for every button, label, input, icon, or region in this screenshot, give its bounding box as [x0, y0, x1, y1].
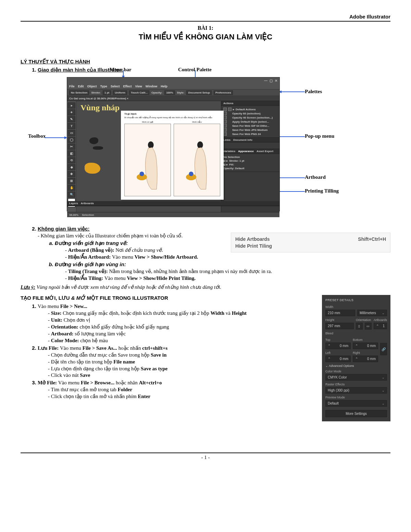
- tool-icon[interactable]: ⟲: [68, 157, 75, 163]
- tool-icon[interactable]: ◆: [68, 164, 75, 170]
- preview-select[interactable]: Default⌄: [325, 400, 387, 407]
- portrait-icon[interactable]: ▯: [356, 323, 363, 330]
- tool-icon[interactable]: ◧: [68, 150, 75, 157]
- action-item[interactable]: ▸: [233, 108, 234, 111]
- menu-bar[interactable]: File Edit Object Type Select Effect View…: [67, 84, 279, 89]
- link-icon[interactable]: 🔗: [380, 343, 387, 355]
- menu-hide-print-tiling[interactable]: Hide Print Tiling: [235, 243, 272, 249]
- list-item: Orientation: chọn khổ giấy đứng hoặc khổ…: [48, 324, 295, 330]
- tool-icon[interactable]: ▭: [68, 130, 75, 136]
- appearance-row[interactable]: Stroke: 1 pt: [229, 159, 244, 162]
- width-label: Width: [325, 305, 387, 309]
- bleed-bottom-label: Bottom: [353, 338, 378, 342]
- tool-icon[interactable]: ◯: [68, 137, 75, 143]
- action-item-label[interactable]: Save For Web GIF 64 Dithe...: [232, 124, 269, 127]
- height-field[interactable]: 297 mm: [325, 323, 354, 329]
- control-chip[interactable]: No Selection: [69, 90, 89, 95]
- panels-area[interactable]: Actions ▸ Default Actions Opacity 60 (se…: [221, 101, 279, 212]
- list-item: Hiện/Ẩn Artboard: Vào menu View > Show/H…: [65, 254, 390, 260]
- tool-icon[interactable]: 🔍: [68, 191, 75, 198]
- panel-tab[interactable]: Layers: [69, 202, 78, 205]
- footer-rule: [21, 453, 390, 453]
- bleed-right-label: Right: [353, 351, 378, 355]
- menu-item[interactable]: Type: [100, 85, 107, 88]
- artboards-field[interactable]: ⌃1: [374, 323, 387, 329]
- max-icon[interactable]: ▢: [270, 79, 273, 83]
- zoom-level[interactable]: 38.06%: [69, 213, 78, 216]
- document-tab[interactable]: Co Gai uong tra.ai @ 38.06% (RGB/Preview…: [67, 96, 279, 101]
- tool-icon[interactable]: T: [68, 123, 75, 129]
- toolbox[interactable]: ▸ ✦ ✎ T ▭ ◯ ✂ ◧ ⟲ ◆ ✥ ⊞ ✋ 🔍: [67, 101, 76, 212]
- menu-item[interactable]: Window: [146, 85, 157, 88]
- tool-icon[interactable]: ✎: [68, 116, 75, 122]
- tool-icon[interactable]: ✦: [68, 109, 75, 115]
- menu-item[interactable]: Effect: [123, 85, 132, 88]
- tool-icon[interactable]: ▸: [68, 102, 75, 109]
- tool-icon[interactable]: ✂: [68, 144, 75, 150]
- landscape-icon[interactable]: ▭: [365, 323, 372, 330]
- colormode-select[interactable]: CMYK Color⌄: [325, 374, 387, 381]
- control-chip[interactable]: Preferences: [214, 90, 233, 95]
- panel-tab[interactable]: Artboards: [81, 202, 94, 205]
- raster-select[interactable]: High (300 ppi)⌄: [325, 387, 387, 394]
- lesson-title: TÌM HIỂU VỀ KHÔNG GIAN LÀM VIỆC: [21, 33, 390, 41]
- bleed-right-field[interactable]: ⌃0 mm: [353, 356, 378, 362]
- action-item-label[interactable]: Save For Web PNG 24: [232, 133, 261, 136]
- artboards-label: Artboards: [374, 318, 387, 322]
- control-chip[interactable]: 100%: [164, 90, 175, 95]
- close-icon[interactable]: ✕: [275, 79, 277, 83]
- tool-icon[interactable]: ✥: [68, 171, 75, 177]
- appearance-row[interactable]: Fill:: [229, 163, 234, 166]
- left-caption: Hình có gợi: [124, 121, 171, 123]
- tool-icon[interactable]: ⊞: [68, 178, 75, 184]
- scratch-artwork: [83, 122, 110, 183]
- svg-point-16: [140, 171, 144, 176]
- menu-item[interactable]: Object: [87, 85, 97, 88]
- action-item-label[interactable]: Default Actions: [236, 108, 256, 111]
- menu-item[interactable]: View: [135, 85, 142, 88]
- lesson-number: BÀI 1:: [21, 25, 390, 31]
- menu-item[interactable]: Help: [161, 85, 167, 88]
- width-field[interactable]: 210 mm: [325, 310, 355, 316]
- control-chip[interactable]: Uniform: [113, 90, 127, 95]
- action-item-label[interactable]: Opacity 60 (selection): [232, 112, 261, 115]
- panel-tab[interactable]: Variables: [223, 150, 235, 153]
- action-item-label[interactable]: Opacity 40 Screen (selection...): [232, 116, 273, 119]
- advanced-toggle[interactable]: ⌄ Advanced Options: [325, 364, 387, 368]
- menu-item[interactable]: Edit: [78, 85, 84, 88]
- label-menu-bar: Menu bar: [110, 67, 132, 73]
- panel-tab[interactable]: Document Info: [233, 138, 252, 141]
- panel-tab[interactable]: Links: [223, 138, 231, 141]
- list-item: Artboard: số lượng trang làm việc: [48, 331, 295, 337]
- unit-select[interactable]: Millimeters⌄: [357, 310, 387, 316]
- menu-item[interactable]: Select: [111, 85, 120, 88]
- menu-item[interactable]: File: [69, 85, 75, 88]
- panel-tab[interactable]: Actions: [223, 102, 233, 105]
- list-item: Lựa chọn định dạng cho tập tin trong hộp…: [48, 366, 295, 372]
- tool-icon[interactable]: ✋: [68, 185, 75, 191]
- action-item-label[interactable]: Apply Default Style (select...: [232, 120, 269, 123]
- panel-tab[interactable]: Appearance: [238, 150, 254, 153]
- bleed-top-field[interactable]: ⌃0 mm: [325, 343, 351, 349]
- control-chip[interactable]: 1 pt: [103, 90, 111, 95]
- appearance-row[interactable]: Opacity: Default: [223, 167, 244, 170]
- canvas-area[interactable]: Vùng nháp Thực Hành Di chuyển các đối tư…: [76, 101, 221, 212]
- bleed-bottom-field[interactable]: ⌃0 mm: [353, 343, 378, 349]
- panel-tab[interactable]: Asset Export: [257, 150, 273, 153]
- min-icon[interactable]: —: [264, 79, 267, 83]
- status-bar: 38.06% Selection: [67, 212, 279, 217]
- colormode-label: Color Mode: [325, 370, 387, 373]
- illustrator-window: — ▢ ✕ File Edit Object Type Select Effec…: [67, 77, 280, 211]
- control-chip[interactable]: Document Setup: [186, 90, 212, 95]
- label-control-palette: Control Palette: [178, 67, 212, 73]
- menu-hide-artboards[interactable]: Hide Artboards: [235, 236, 270, 242]
- control-chip: Stroke:: [91, 91, 101, 94]
- list-item: Tìm thư mục cần mở trong tab Folder: [48, 386, 295, 393]
- control-chip[interactable]: Touch Calli...: [129, 90, 149, 95]
- menu-hide-capture: Hide Artboards Shift+Ctrl+H Hide Print T…: [231, 233, 390, 252]
- control-bar[interactable]: No Selection Stroke: 1 pt Uniform Touch …: [67, 89, 279, 96]
- action-item-label[interactable]: Save For Web JPG Medium: [232, 128, 267, 132]
- more-settings-button[interactable]: More Settings: [325, 410, 387, 417]
- bleed-left-field[interactable]: ⌃0 mm: [325, 356, 351, 362]
- chevron-down-icon: ⌄: [382, 376, 385, 379]
